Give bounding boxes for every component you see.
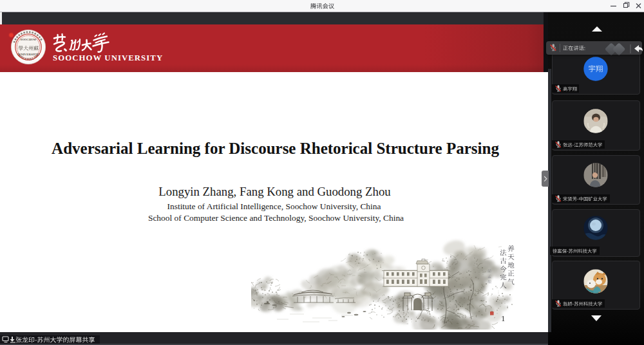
svg-text:1: 1	[501, 313, 506, 323]
svg-text:UNIVERSITY: UNIVERSITY	[19, 53, 39, 56]
svg-text:SOOCHOW: SOOCHOW	[21, 38, 37, 41]
